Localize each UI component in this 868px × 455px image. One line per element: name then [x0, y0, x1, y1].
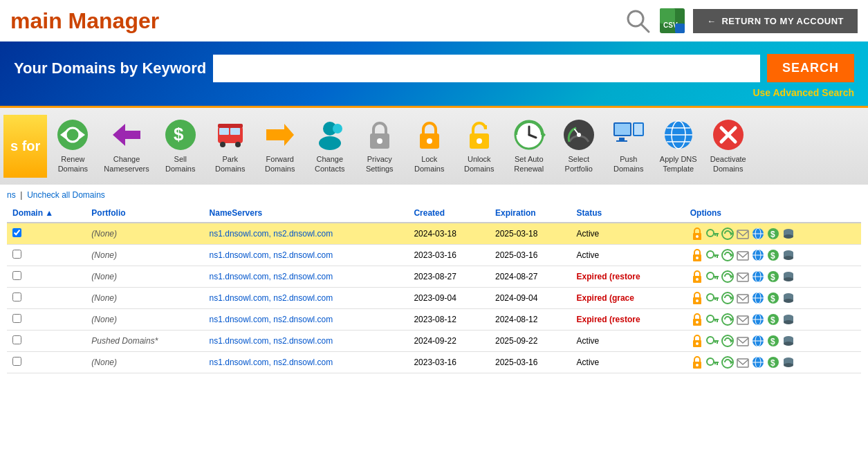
dollar-opt-icon[interactable]: $ — [766, 270, 780, 284]
db-opt-icon[interactable] — [782, 355, 795, 369]
svg-rect-91 — [737, 273, 748, 281]
refresh-opt-icon[interactable] — [721, 227, 735, 241]
globe-opt-icon[interactable] — [751, 227, 765, 241]
tool-deactivate-domains[interactable]: DeactivateDomains — [704, 115, 752, 178]
created-cell: 2024-09-22 — [408, 330, 490, 351]
email-opt-icon[interactable] — [736, 270, 750, 284]
domain-checkbox[interactable] — [12, 314, 21, 323]
status-cell: Active — [571, 223, 685, 245]
globe-opt-icon[interactable] — [751, 248, 765, 262]
csv-icon[interactable]: CSV — [658, 7, 686, 35]
email-opt-icon[interactable] — [736, 291, 750, 305]
refresh-opt-icon[interactable] — [721, 313, 735, 326]
db-opt-icon[interactable] — [782, 227, 795, 241]
toolbar: s for RenewDomains ChangeNameservers $ S… — [0, 106, 868, 185]
db-opt-icon[interactable] — [782, 270, 795, 284]
key-opt-icon[interactable] — [705, 227, 719, 241]
search-button[interactable]: SEARCH — [767, 54, 854, 82]
tool-unlock-domains[interactable]: UnlockDomains — [455, 115, 504, 178]
dollar-opt-icon[interactable]: $ — [766, 248, 780, 262]
lock-opt-icon[interactable] — [690, 227, 704, 241]
key-opt-icon[interactable] — [705, 334, 719, 348]
tool-apply-dns[interactable]: Apply DNSTemplate — [654, 115, 703, 178]
advanced-search-link[interactable]: Use Advanced Search — [752, 87, 854, 98]
tool-changns-label: ChangeNameservers — [104, 154, 149, 174]
dollar-opt-icon[interactable]: $ — [766, 355, 780, 369]
lock-opt-icon[interactable] — [690, 248, 704, 262]
email-opt-icon[interactable] — [736, 227, 750, 241]
db-opt-icon[interactable] — [782, 248, 795, 262]
tool-sell-domains[interactable]: $ SellDomains — [156, 115, 205, 178]
tool-change-nameservers[interactable]: ChangeNameservers — [98, 115, 154, 178]
tool-auto-renewal[interactable]: Set AutoRenewal — [505, 115, 553, 178]
advanced-search-link-container: Use Advanced Search — [14, 86, 854, 99]
tool-change-contacts[interactable]: ChangeContacts — [306, 115, 354, 178]
domain-checkbox[interactable] — [12, 271, 21, 280]
svg-point-82 — [784, 256, 793, 260]
tool-renew-domains[interactable]: RenewDomains — [48, 115, 97, 178]
db-opt-icon[interactable] — [782, 313, 795, 326]
refresh-opt-icon[interactable] — [721, 355, 735, 369]
lock-opt-icon[interactable] — [690, 355, 704, 369]
domain-checkbox[interactable] — [12, 335, 21, 344]
svg-point-21 — [333, 124, 342, 133]
svg-point-152 — [696, 364, 699, 366]
lock-opt-icon[interactable] — [690, 291, 704, 305]
header: main Manager CSV ← RETURN TO MY ACCOUNT — [0, 0, 868, 41]
tool-push-domains[interactable]: PushDomains — [604, 115, 653, 178]
email-opt-icon[interactable] — [736, 313, 750, 326]
globe-opt-icon[interactable] — [751, 291, 765, 305]
domain-checkbox[interactable] — [12, 250, 21, 259]
tool-unlock-label: UnlockDomains — [464, 154, 494, 174]
uncheck-all-link[interactable]: Uncheck all Domains — [27, 190, 105, 200]
refresh-opt-icon[interactable] — [721, 270, 735, 284]
key-opt-icon[interactable] — [705, 355, 719, 369]
key-opt-icon[interactable] — [705, 313, 719, 326]
dollar-green-icon: $ — [164, 118, 197, 151]
dollar-opt-icon[interactable]: $ — [766, 227, 780, 241]
refresh-opt-icon[interactable] — [721, 248, 735, 262]
svg-rect-13 — [219, 128, 229, 135]
svg-point-25 — [427, 138, 432, 144]
globe-opt-icon[interactable] — [751, 270, 765, 284]
globe-opt-icon[interactable] — [751, 355, 765, 369]
search-icon[interactable] — [624, 7, 652, 35]
globe-opt-icon[interactable] — [751, 334, 765, 348]
tool-privacy-settings[interactable]: PrivacySettings — [355, 115, 404, 178]
domain-checkbox[interactable] — [12, 228, 21, 237]
tool-select-portfolio[interactable]: SelectPortfolio — [555, 115, 603, 178]
table-row: (None)ns1.dnsowl.com, ns2.dnsowl.com2023… — [7, 266, 861, 287]
email-opt-icon[interactable] — [736, 334, 750, 348]
db-opt-icon[interactable] — [782, 291, 795, 305]
db-opt-icon[interactable] — [782, 334, 795, 348]
key-opt-icon[interactable] — [705, 248, 719, 262]
dollar-opt-icon[interactable]: $ — [766, 334, 780, 348]
portfolio-cell: (None) — [86, 223, 203, 245]
search-input[interactable] — [213, 55, 760, 82]
svg-point-101 — [696, 299, 699, 302]
key-opt-icon[interactable] — [705, 270, 719, 284]
check-all-link[interactable]: ns — [7, 190, 16, 200]
lock-opt-icon[interactable] — [690, 270, 704, 284]
lock-opt-icon[interactable] — [690, 334, 704, 348]
globe-opt-icon[interactable] — [751, 313, 765, 326]
refresh-opt-icon[interactable] — [721, 291, 735, 305]
tool-park-domains[interactable]: ParkDomains — [206, 115, 255, 178]
tool-forward-domains[interactable]: ForwardDomains — [256, 115, 304, 178]
domain-checkbox[interactable] — [12, 357, 21, 366]
return-to-account-button[interactable]: ← RETURN TO MY ACCOUNT — [693, 9, 858, 33]
svg-text:$: $ — [770, 251, 775, 261]
email-opt-icon[interactable] — [736, 355, 750, 369]
domain-cell — [7, 287, 86, 308]
dollar-opt-icon[interactable]: $ — [766, 313, 780, 326]
key-opt-icon[interactable] — [705, 291, 719, 305]
status-cell: Expired (restore — [571, 266, 685, 287]
expiration-cell: 2024-09-04 — [490, 287, 571, 308]
email-opt-icon[interactable] — [736, 248, 750, 262]
lock-opt-icon[interactable] — [690, 313, 704, 326]
refresh-opt-icon[interactable] — [721, 334, 735, 348]
header-actions: CSV ← RETURN TO MY ACCOUNT — [624, 7, 858, 35]
dollar-opt-icon[interactable]: $ — [766, 291, 780, 305]
tool-lock-domains[interactable]: LockDomains — [405, 115, 454, 178]
domain-checkbox[interactable] — [12, 292, 21, 301]
